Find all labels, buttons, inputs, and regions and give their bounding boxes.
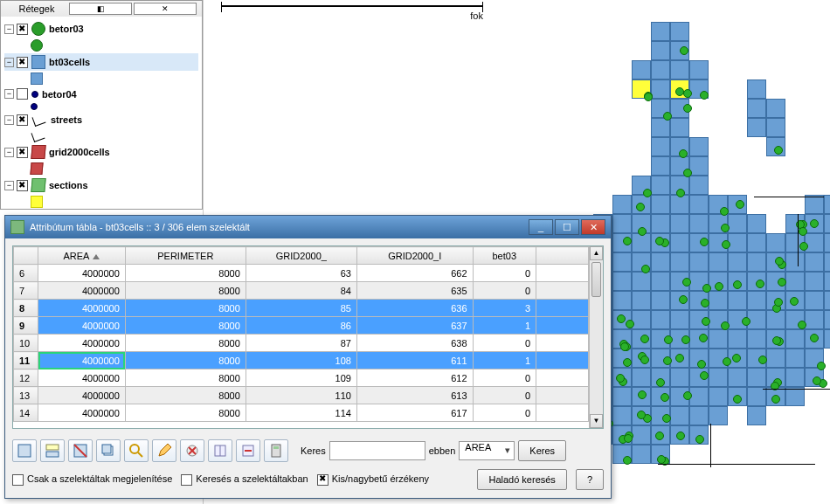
layer-item-betor03[interactable]: − betor03 [4,20,198,38]
table-cell[interactable]: 8000 [125,317,246,335]
scroll-thumb[interactable] [591,262,601,297]
table-cell[interactable]: 1 [473,317,536,335]
layer-item-streets[interactable]: − streets [4,112,198,128]
table-cell[interactable]: 8000 [125,369,246,387]
table-cell[interactable]: 635 [356,282,473,300]
maximize-button[interactable]: ☐ [555,219,579,235]
undock-icon[interactable]: ◧ [69,3,132,15]
column-header[interactable]: PERIMETER [125,247,246,265]
help-button[interactable]: ? [576,469,604,490]
table-cell[interactable]: 8000 [125,300,246,317]
table-row[interactable]: 840000008000856363 [14,300,589,317]
table-cell[interactable]: 110 [246,387,356,404]
delete-column-button[interactable] [236,439,260,462]
table-cell[interactable]: 86 [246,317,356,335]
move-selected-top-button[interactable] [40,439,65,462]
table-cell[interactable]: 1 [473,352,536,369]
column-header[interactable]: GRID2000_I [356,247,473,265]
table-cell[interactable]: 8000 [125,282,246,300]
collapse-icon[interactable]: − [4,148,14,157]
copy-selected-button[interactable] [96,439,121,462]
field-calculator-button[interactable] [264,439,288,462]
row-header[interactable]: 11 [14,352,38,369]
minimize-button[interactable]: _ [529,219,553,235]
table-cell[interactable]: 3 [473,300,536,317]
table-cell[interactable]: 612 [356,369,473,387]
table-cell[interactable]: 85 [246,300,356,317]
table-row[interactable]: 940000008000866371 [14,317,589,335]
layer-item-betor04[interactable]: − betor04 [4,86,198,101]
table-cell[interactable]: 8000 [125,352,246,369]
invert-selection-button[interactable] [68,439,93,462]
row-header[interactable]: 7 [14,282,38,300]
layer-visibility-checkbox[interactable] [17,147,28,158]
case-sensitive-checkbox[interactable]: Kis/nagybetű érzékeny [317,473,429,486]
table-cell[interactable]: 4000000 [38,404,126,422]
table-cell[interactable]: 4000000 [38,265,126,282]
row-header[interactable]: 14 [14,404,38,422]
table-cell[interactable]: 4000000 [38,335,126,352]
search-in-selected-checkbox[interactable]: Keresés a szelektáltakban [181,473,308,486]
table-cell[interactable]: 0 [473,369,536,387]
table-cell[interactable]: 617 [356,404,473,422]
close-icon[interactable]: ✕ [134,3,197,15]
layer-visibility-checkbox[interactable] [17,114,28,126]
table-cell[interactable]: 4000000 [38,300,126,317]
table-row[interactable]: 11400000080001086111 [14,352,589,369]
table-cell[interactable]: 108 [246,352,356,369]
scroll-down-icon[interactable]: ▼ [590,414,603,428]
delete-selected-button[interactable] [180,439,204,462]
table-cell[interactable]: 636 [356,300,473,317]
layer-visibility-checkbox[interactable] [17,24,28,35]
layer-item-bt03cells[interactable]: − bt03cells [4,53,198,71]
table-row[interactable]: 1040000008000876380 [14,335,589,352]
zoom-selected-button[interactable] [124,439,149,462]
row-header[interactable]: 10 [14,335,38,352]
table-row[interactable]: 12400000080001096120 [14,369,589,387]
table-cell[interactable]: 611 [356,352,473,369]
table-cell[interactable]: 0 [473,282,536,300]
table-cell[interactable]: 8000 [125,265,246,282]
table-row[interactable]: 14400000080001146170 [14,404,589,422]
table-cell[interactable]: 0 [473,404,536,422]
table-cell[interactable]: 4000000 [38,352,126,369]
column-header[interactable]: AREA [38,247,126,265]
unselect-all-button[interactable] [12,439,37,462]
collapse-icon[interactable]: − [4,58,14,67]
show-selected-only-checkbox[interactable]: Csak a szelektáltak megjelenítése [12,473,172,486]
search-button[interactable]: Keres [518,440,566,461]
scroll-up-icon[interactable]: ▲ [590,246,603,260]
table-cell[interactable]: 63 [246,265,356,282]
table-cell[interactable]: 8000 [125,335,246,352]
attribute-window-titlebar[interactable]: Attribútum tábla - bt03cells :: 3 / 306 … [5,216,611,238]
table-cell[interactable]: 0 [473,335,536,352]
layer-visibility-checkbox[interactable] [17,88,28,100]
vertical-scrollbar[interactable]: ▲ ▼ [589,246,603,428]
table-cell[interactable]: 4000000 [38,282,126,300]
advanced-search-button[interactable]: Haladó keresés [477,469,566,490]
row-header[interactable]: 6 [14,265,38,282]
table-cell[interactable]: 8000 [125,387,246,404]
search-input[interactable] [329,441,425,460]
table-cell[interactable]: 87 [246,335,356,352]
table-cell[interactable]: 4000000 [38,369,126,387]
table-row[interactable]: 740000008000846350 [14,282,589,300]
table-cell[interactable]: 662 [356,265,473,282]
attribute-table[interactable]: AREAPERIMETERGRID2000_GRID2000_Ibet03640… [13,246,589,422]
row-header[interactable]: 12 [14,369,38,387]
row-header[interactable]: 9 [14,317,38,335]
table-cell[interactable]: 4000000 [38,387,126,404]
table-cell[interactable]: 637 [356,317,473,335]
table-cell[interactable]: 613 [356,387,473,404]
column-header[interactable]: bet03 [473,247,536,265]
layer-item-grid2000cells[interactable]: − grid2000cells [4,143,198,161]
table-cell[interactable]: 109 [246,369,356,387]
layer-visibility-checkbox[interactable] [17,180,28,191]
collapse-icon[interactable]: − [4,115,14,125]
table-cell[interactable]: 0 [473,265,536,282]
collapse-icon[interactable]: − [4,181,14,190]
table-cell[interactable]: 84 [246,282,356,300]
table-cell[interactable]: 114 [246,404,356,422]
table-cell[interactable]: 4000000 [38,317,126,335]
layer-visibility-checkbox[interactable] [17,57,28,68]
